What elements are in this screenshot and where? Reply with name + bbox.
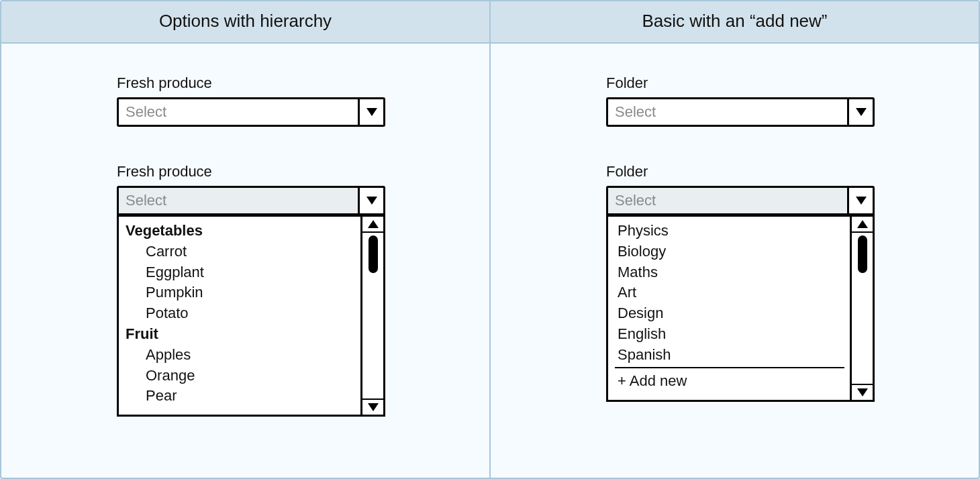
scroll-thumb[interactable] <box>369 235 378 273</box>
scroll-thumb[interactable] <box>858 235 867 273</box>
select-placeholder: Select <box>608 188 847 213</box>
select-placeholder: Select <box>119 99 358 125</box>
column-content-left: Fresh produce Select Fresh produce Selec… <box>1 44 489 417</box>
dropdown-produce: Vegetables Carrot Eggplant Pumpkin Potat… <box>117 214 385 417</box>
option-english[interactable]: English <box>615 324 844 345</box>
select-placeholder: Select <box>608 99 847 125</box>
option-art[interactable]: Art <box>615 282 844 303</box>
option-apples[interactable]: Apples <box>126 345 355 366</box>
field-label-produce-open: Fresh produce <box>117 163 489 180</box>
option-group-fruit: Fruit <box>126 324 355 345</box>
option-physics[interactable]: Physics <box>615 221 844 242</box>
option-design[interactable]: Design <box>615 303 844 324</box>
scrollbar[interactable] <box>850 217 873 400</box>
scrollbar[interactable] <box>360 217 383 415</box>
option-maths[interactable]: Maths <box>615 262 844 283</box>
column-add-new: Basic with an “add new” Folder Select Fo… <box>489 1 979 478</box>
chevron-down-icon[interactable] <box>358 99 383 125</box>
scroll-up-icon[interactable] <box>362 217 383 233</box>
column-header-right: Basic with an “add new” <box>491 1 979 44</box>
chevron-down-icon[interactable] <box>847 188 873 213</box>
column-hierarchy: Options with hierarchy Fresh produce Sel… <box>1 1 489 478</box>
scroll-up-icon[interactable] <box>852 217 873 233</box>
option-orange[interactable]: Orange <box>126 366 355 386</box>
column-content-right: Folder Select Folder Select Physics Biol… <box>491 44 979 402</box>
scroll-down-icon[interactable] <box>362 398 383 415</box>
option-potato[interactable]: Potato <box>126 303 355 324</box>
dropdown-folder: Physics Biology Maths Art Design English… <box>606 214 875 402</box>
option-add-new[interactable]: + Add new <box>615 367 844 393</box>
option-spanish[interactable]: Spanish <box>615 345 844 366</box>
option-eggplant[interactable]: Eggplant <box>126 262 355 283</box>
select-folder-closed[interactable]: Select <box>606 97 875 127</box>
dropdown-list-folder: Physics Biology Maths Art Design English… <box>608 217 850 400</box>
chevron-down-icon[interactable] <box>847 99 873 125</box>
dropdown-list-produce: Vegetables Carrot Eggplant Pumpkin Potat… <box>119 217 360 415</box>
scroll-down-icon[interactable] <box>852 384 873 400</box>
layout-two-column: Options with hierarchy Fresh produce Sel… <box>0 0 980 479</box>
select-folder-open[interactable]: Select <box>606 186 875 215</box>
select-produce-open[interactable]: Select <box>117 186 385 215</box>
select-placeholder: Select <box>119 188 358 213</box>
option-carrot[interactable]: Carrot <box>126 242 355 262</box>
field-label-folder-open: Folder <box>606 163 979 180</box>
option-pear[interactable]: Pear <box>126 386 355 407</box>
select-produce-closed[interactable]: Select <box>117 97 385 127</box>
option-group-vegetables: Vegetables <box>126 221 355 242</box>
chevron-down-icon[interactable] <box>358 188 383 213</box>
field-label-folder-closed: Folder <box>606 74 979 92</box>
column-header-left: Options with hierarchy <box>1 1 489 44</box>
option-pumpkin[interactable]: Pumpkin <box>126 282 355 303</box>
field-label-produce-closed: Fresh produce <box>117 74 489 92</box>
option-biology[interactable]: Biology <box>615 242 844 262</box>
